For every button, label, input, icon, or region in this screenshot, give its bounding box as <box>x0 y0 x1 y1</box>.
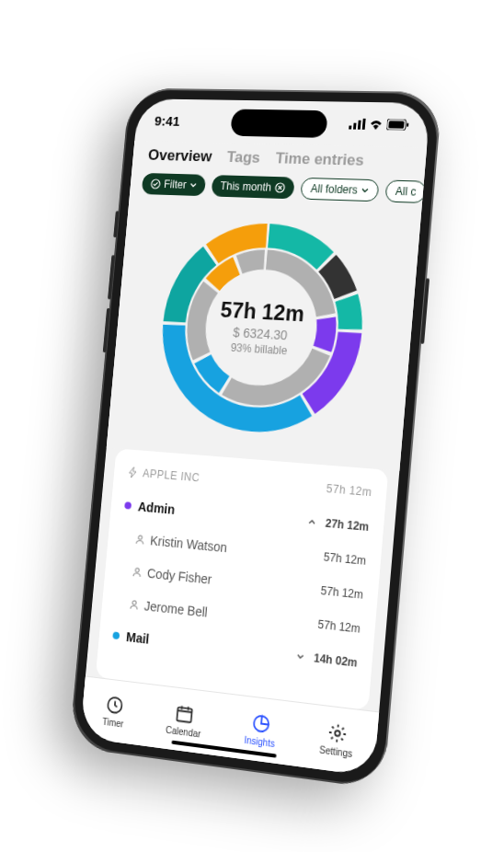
svg-rect-2 <box>358 121 361 130</box>
nav-calendar[interactable]: Calendar <box>166 701 203 739</box>
chevron-up-icon <box>307 517 317 527</box>
svg-point-28 <box>335 730 340 735</box>
tab-tags[interactable]: Tags <box>226 148 261 167</box>
gear-icon <box>326 721 349 744</box>
person-icon <box>132 566 143 578</box>
color-dot <box>112 631 120 639</box>
svg-rect-3 <box>362 119 366 130</box>
folders-chip[interactable]: All folders <box>300 178 379 201</box>
status-time: 9:41 <box>155 112 181 128</box>
svg-point-25 <box>132 601 136 605</box>
dynamic-island <box>230 109 328 138</box>
svg-point-7 <box>151 179 160 189</box>
svg-rect-5 <box>388 121 404 128</box>
svg-rect-1 <box>353 123 357 130</box>
check-circle-icon <box>150 178 161 190</box>
wifi-icon <box>369 119 384 130</box>
phone-frame: 9:41 Overview Tags Time entries Filter <box>69 88 442 789</box>
breakdown-card: APPLE INC 57h 12m Admin27h 12mKristin Wa… <box>96 448 389 710</box>
extra-chip[interactable]: All c <box>384 179 424 203</box>
tab-time-entries[interactable]: Time entries <box>275 150 365 170</box>
person-icon <box>129 599 140 611</box>
close-circle-icon <box>274 182 285 193</box>
svg-rect-27 <box>178 707 193 722</box>
battery-icon <box>386 119 409 130</box>
filter-chip[interactable]: Filter <box>142 173 206 196</box>
svg-point-23 <box>138 535 142 540</box>
summary-amount: $ 6324.30 <box>233 325 288 342</box>
nav-timer[interactable]: Timer <box>102 694 126 730</box>
svg-rect-6 <box>407 123 408 127</box>
person-icon <box>134 534 145 546</box>
summary-time: 57h 12m <box>220 297 305 328</box>
summary-billable: 93% billable <box>230 341 287 358</box>
nav-settings[interactable]: Settings <box>319 720 355 759</box>
lightning-icon <box>127 466 138 478</box>
donut-chart: 57h 12m $ 6324.30 93% billable <box>107 206 421 471</box>
nav-insights[interactable]: Insights <box>244 711 277 749</box>
company-time: 57h 12m <box>326 482 372 499</box>
pie-chart-icon <box>250 712 271 735</box>
svg-rect-0 <box>349 126 351 130</box>
period-chip[interactable]: This month <box>211 175 295 199</box>
chevron-down-icon <box>295 651 305 662</box>
chevron-down-icon <box>361 187 369 194</box>
calendar-icon <box>175 702 196 725</box>
clock-icon <box>105 694 125 716</box>
svg-point-24 <box>135 568 139 572</box>
chevron-down-icon <box>189 181 197 189</box>
company-label: APPLE INC <box>143 466 200 484</box>
color-dot <box>124 501 132 509</box>
cellular-icon <box>349 119 366 130</box>
tab-overview[interactable]: Overview <box>147 146 212 166</box>
